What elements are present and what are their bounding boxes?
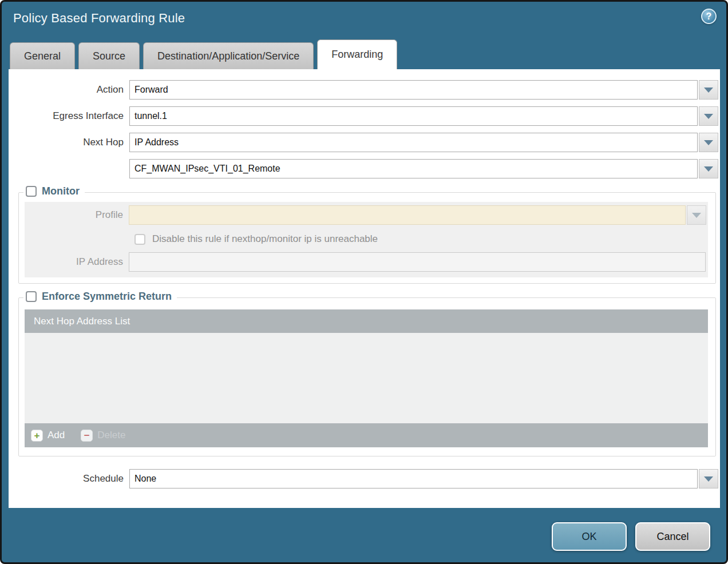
next-hop-address-list-table: Next Hop Address List + Add − Delete: [25, 309, 708, 447]
schedule-dropdown-button[interactable]: [699, 469, 718, 488]
schedule-label: Schedule: [16, 473, 129, 484]
next-hop-address-list-header: Next Hop Address List: [25, 309, 708, 333]
chevron-down-icon: [704, 166, 713, 172]
monitor-disabled-panel: Profile Disable this rule if nexthop/mon…: [25, 202, 708, 277]
enforce-symmetric-return-checkbox[interactable]: [26, 291, 37, 302]
disable-rule-label: Disable this rule if nexthop/monitor ip …: [152, 233, 378, 245]
delete-button: − Delete: [81, 430, 125, 442]
enforce-symmetric-return-legend: Enforce Symmetric Return: [23, 291, 177, 303]
fieldset-bottom-gap: [19, 451, 715, 456]
monitor-checkbox[interactable]: [26, 186, 37, 197]
next-hop-row: Next Hop: [16, 133, 720, 152]
add-button[interactable]: + Add: [31, 430, 65, 442]
schedule-combo: [129, 469, 718, 488]
disable-rule-checkbox: [134, 234, 145, 245]
dialog-title: Policy Based Forwarding Rule: [13, 11, 185, 30]
monitor-ip-address-row: IP Address: [30, 252, 708, 272]
action-row: Action: [16, 80, 720, 100]
tab-general[interactable]: General: [10, 42, 75, 69]
chevron-down-icon: [704, 114, 713, 119]
next-hop-dropdown-button[interactable]: [699, 133, 718, 152]
tab-bar: General Source Destination/Application/S…: [2, 39, 726, 69]
forwarding-tab-panel: Action Egress Interface Next Hop: [9, 69, 720, 508]
monitor-ip-address-label: IP Address: [30, 256, 129, 268]
egress-interface-row: Egress Interface: [16, 106, 720, 126]
monitor-title: Monitor: [42, 185, 80, 197]
egress-interface-input[interactable]: [129, 106, 698, 126]
action-input[interactable]: [129, 80, 698, 100]
enforce-symmetric-return-section: Enforce Symmetric Return Next Hop Addres…: [18, 297, 716, 456]
tab-destination-application-service[interactable]: Destination/Application/Service: [143, 42, 314, 69]
disable-rule-row: Disable this rule if nexthop/monitor ip …: [134, 233, 708, 245]
monitor-section: Monitor Profile Disable this rule if nex…: [18, 192, 716, 284]
profile-dropdown-button: [687, 205, 706, 225]
schedule-row: Schedule: [16, 469, 720, 488]
profile-label: Profile: [30, 209, 129, 221]
next-hop-address-input[interactable]: [129, 159, 698, 178]
action-label: Action: [16, 84, 129, 96]
add-button-label: Add: [48, 430, 65, 441]
policy-based-forwarding-rule-dialog: Policy Based Forwarding Rule ? General S…: [0, 0, 728, 564]
next-hop-address-dropdown-button[interactable]: [699, 159, 718, 178]
egress-interface-dropdown-button[interactable]: [699, 106, 718, 126]
title-bar: Policy Based Forwarding Rule ?: [2, 2, 726, 39]
profile-combo: [129, 205, 706, 225]
next-hop-type-input[interactable]: [129, 133, 698, 152]
action-dropdown-button[interactable]: [699, 80, 718, 100]
dialog-footer: OK Cancel: [2, 508, 726, 564]
next-hop-address-combo: [129, 159, 718, 178]
action-combo: [129, 80, 718, 100]
next-hop-combo: [129, 133, 718, 152]
egress-interface-label: Egress Interface: [16, 110, 129, 122]
help-icon[interactable]: ?: [701, 9, 717, 24]
profile-row: Profile: [30, 205, 708, 225]
ok-button[interactable]: OK: [552, 522, 627, 551]
egress-interface-combo: [129, 106, 718, 126]
schedule-input[interactable]: [129, 469, 698, 488]
chevron-down-icon: [704, 140, 713, 145]
chevron-down-icon: [704, 476, 713, 482]
chevron-down-icon: [692, 213, 701, 218]
chevron-down-icon: [704, 88, 713, 93]
minus-icon: −: [81, 430, 93, 442]
monitor-legend: Monitor: [23, 185, 85, 197]
tab-source[interactable]: Source: [78, 42, 140, 69]
next-hop-address-list-body[interactable]: [25, 333, 708, 423]
tab-forwarding[interactable]: Forwarding: [317, 39, 397, 69]
monitor-ip-address-input: [129, 252, 706, 272]
next-hop-address-row: [16, 159, 720, 178]
next-hop-address-list-toolbar: + Add − Delete: [25, 423, 708, 447]
cancel-button[interactable]: Cancel: [635, 522, 710, 551]
delete-button-label: Delete: [97, 430, 125, 441]
next-hop-label: Next Hop: [16, 137, 129, 148]
profile-input: [129, 205, 686, 225]
plus-icon: +: [31, 430, 43, 442]
enforce-symmetric-return-title: Enforce Symmetric Return: [42, 291, 172, 303]
